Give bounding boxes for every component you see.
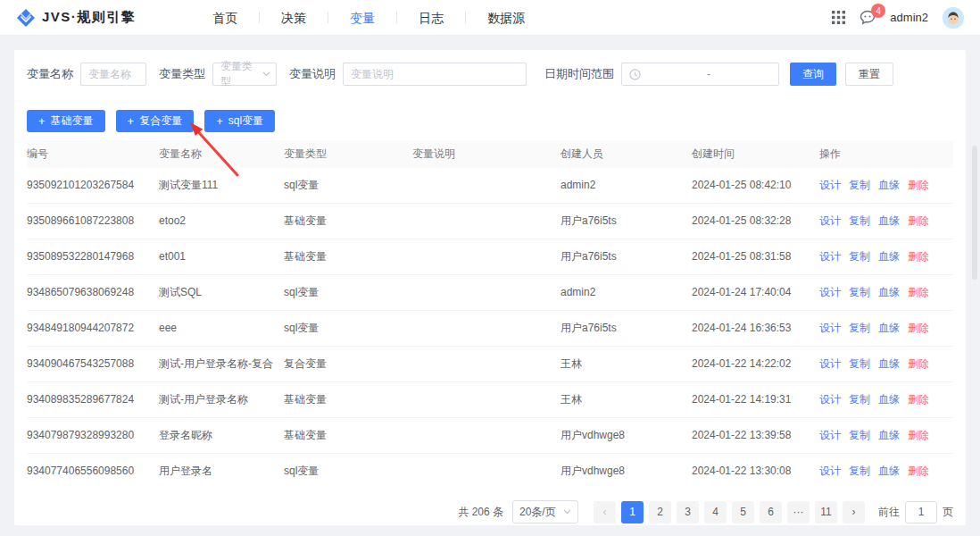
delete-link[interactable]: 删除 [908,429,929,441]
page-button-1[interactable]: 1 [621,501,644,523]
cell-creator: 王林 [561,347,692,382]
name-filter-input[interactable] [80,63,146,86]
cell-type: 基础变量 [284,239,412,275]
copy-link[interactable]: 复制 [849,357,870,370]
nav-item-logs[interactable]: 日志 [397,0,465,36]
page-button-4[interactable]: 4 [704,501,727,523]
delete-link[interactable]: 删除 [908,357,929,370]
cell-desc [412,275,561,311]
delete-link[interactable]: 删除 [908,322,929,334]
copy-link[interactable]: 复制 [849,393,870,406]
design-link[interactable]: 设计 [819,393,841,406]
cell-creator: 用户vdhwge8 [561,454,692,490]
cell-name: 测试-用户登录名称-复合 [159,347,284,382]
toolbar: + 基础变量 + 复合变量 + sql变量 [27,110,953,132]
variables-table: 编号 变量名称 变量类型 变量说明 创建人员 创建时间 操作 935092101… [27,140,953,489]
cell-name: eee [159,311,284,347]
copy-link[interactable]: 复制 [849,465,870,477]
prev-page-button[interactable]: ‹ [594,501,616,523]
desc-filter-input[interactable] [343,63,527,86]
delete-link[interactable]: 删除 [908,393,929,406]
cell-creator: 用户a76i5ts [561,311,692,347]
cell-creator: 王林 [561,382,692,418]
lineage-link[interactable]: 血缘 [878,286,900,298]
cell-id: 935092101203267584 [27,168,159,204]
notification-badge: 4 [871,4,885,18]
design-link[interactable]: 设计 [819,250,841,263]
lineage-link[interactable]: 血缘 [878,179,900,191]
reset-button[interactable]: 重置 [845,63,893,86]
copy-link[interactable]: 复制 [849,429,870,441]
add-composite-variable-button[interactable]: + 复合变量 [116,110,195,132]
copy-link[interactable]: 复制 [849,322,870,334]
page-button-6[interactable]: 6 [760,501,782,523]
delete-link[interactable]: 删除 [908,250,929,263]
copy-link[interactable]: 复制 [849,286,870,298]
page-button-2[interactable]: 2 [649,501,671,523]
cell-type: 基础变量 [284,382,412,418]
date-range-picker[interactable]: - [621,63,779,86]
lineage-link[interactable]: 血缘 [878,250,900,263]
page-size-value: 20条/页 [519,505,556,520]
cell-ops: 设计复制血缘删除 [819,275,953,311]
page-button-11[interactable]: 11 [815,501,837,523]
lineage-link[interactable]: 血缘 [878,393,900,406]
design-link[interactable]: 设计 [819,214,841,227]
lineage-link[interactable]: 血缘 [878,214,900,227]
more-pages-button[interactable]: ··· [787,501,810,523]
username[interactable]: admin2 [890,11,928,24]
page-size-select[interactable]: 20条/页 [512,500,578,523]
copy-link[interactable]: 复制 [849,214,870,227]
add-sql-variable-button[interactable]: + sql变量 [204,110,275,132]
design-link[interactable]: 设计 [819,286,841,298]
goto-page-input[interactable] [905,501,937,523]
cell-name: etoo2 [159,204,284,239]
design-link[interactable]: 设计 [819,465,841,477]
nav-item-datasource[interactable]: 数据源 [466,0,546,36]
design-link[interactable]: 设计 [819,322,841,334]
lineage-link[interactable]: 血缘 [878,357,900,370]
scrollbar-thumb[interactable] [972,146,977,280]
delete-link[interactable]: 删除 [908,286,929,298]
cell-ops: 设计复制血缘删除 [819,239,953,275]
nav-item-home[interactable]: 首页 [191,0,259,36]
type-filter-select[interactable]: 变量类型 [212,63,277,86]
type-select-placeholder: 变量类型 [220,59,262,89]
table-row: 934077406556098560 用户登录名 sql变量 用户vdhwge8… [27,454,953,490]
lineage-link[interactable]: 血缘 [878,322,900,334]
app-logo[interactable]: JVS·规则引擎 [16,8,136,28]
add-basic-variable-button[interactable]: + 基础变量 [27,110,105,132]
delete-link[interactable]: 删除 [908,179,929,191]
goto-label: 前往 [878,505,900,520]
design-link[interactable]: 设计 [819,429,841,441]
cell-name: et001 [159,239,284,275]
cell-desc [412,204,561,239]
design-link[interactable]: 设计 [819,357,841,370]
table-row: 935089532280147968 et001 基础变量 用户a76i5ts … [27,239,953,275]
lineage-link[interactable]: 血缘 [878,429,900,441]
apps-grid-icon[interactable] [832,11,845,24]
cell-time: 2024-01-22 14:19:31 [692,382,819,418]
nav-item-decision[interactable]: 决策 [260,0,328,36]
add-basic-variable-label: 基础变量 [51,113,94,129]
delete-link[interactable]: 删除 [908,214,929,227]
cell-time: 2024-01-24 16:36:53 [692,311,819,347]
cell-desc [412,239,561,275]
cell-id: 935089661087223808 [27,204,159,239]
copy-link[interactable]: 复制 [849,250,870,263]
nav-item-variable[interactable]: 变量 [328,0,396,36]
message-icon[interactable]: 4 [860,10,876,25]
avatar[interactable] [943,7,964,29]
next-page-button[interactable]: › [843,501,865,523]
design-link[interactable]: 设计 [819,179,841,191]
copy-link[interactable]: 复制 [849,179,870,191]
lineage-link[interactable]: 血缘 [878,465,900,477]
add-sql-variable-label: sql变量 [228,113,263,129]
delete-link[interactable]: 删除 [908,465,929,477]
page-button-5[interactable]: 5 [732,501,754,523]
cell-id: 935089532280147968 [27,239,159,275]
cell-time: 2024-01-25 08:31:58 [692,239,819,275]
page-button-3[interactable]: 3 [677,501,699,523]
app-header: JVS·规则引擎 首页 决策 变量 日志 数据源 4 admin2 [0,0,980,36]
search-button[interactable]: 查询 [790,63,836,86]
